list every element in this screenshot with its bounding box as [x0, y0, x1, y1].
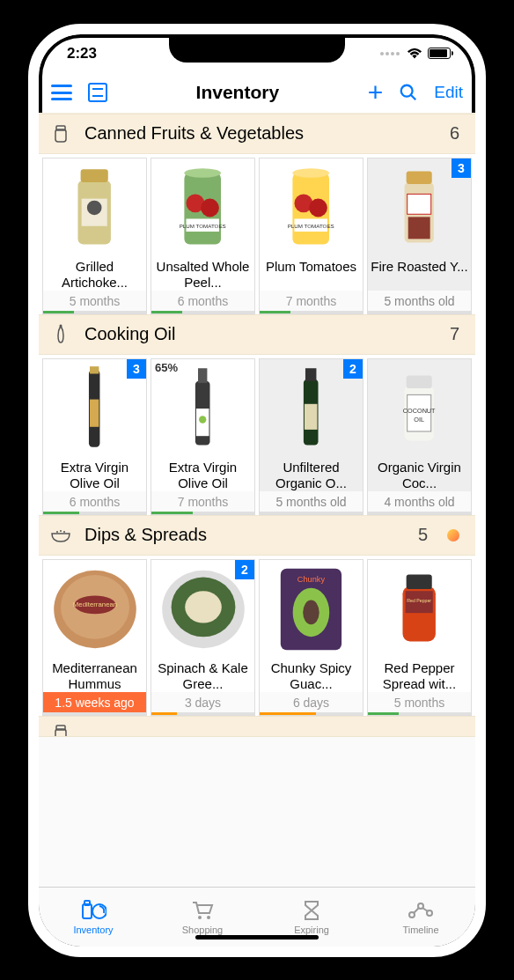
search-button[interactable]	[399, 83, 418, 102]
status-right	[380, 48, 451, 60]
svg-point-31	[199, 416, 206, 423]
tab-label: Expiring	[294, 925, 329, 935]
item-image	[43, 158, 146, 257]
item-progress	[368, 512, 471, 514]
quantity-badge: 3	[452, 158, 471, 178]
home-indicator[interactable]	[195, 935, 319, 939]
item-name: Mediterranean Hummus	[43, 659, 146, 692]
section-title: Canned Fruits & Vegetables	[84, 123, 437, 144]
item-progress	[260, 512, 363, 514]
item-progress	[151, 712, 254, 715]
item-progress	[368, 311, 471, 313]
item-card[interactable]: 3 Extra Virgin Olive Oil 6 months	[42, 358, 147, 515]
tab-inventory[interactable]: Inventory	[39, 888, 148, 947]
item-image: 2	[151, 560, 254, 659]
item-image: 2	[260, 359, 363, 458]
svg-line-69	[422, 908, 428, 911]
section-header[interactable]: Dips & Spreads 5	[39, 515, 475, 556]
item-progress	[260, 311, 363, 313]
section-icon	[49, 524, 72, 547]
item-card[interactable]: PLUM TOMATOES Unsalted Whole Peel... 6 m…	[151, 158, 255, 314]
item-card[interactable]: Grilled Artichoke... 5 months	[42, 158, 147, 314]
item-progress	[368, 712, 471, 715]
svg-point-42	[63, 531, 65, 533]
storage-button[interactable]	[88, 83, 107, 102]
inventory-icon	[80, 899, 106, 922]
tab-timeline[interactable]: Timeline	[366, 888, 475, 947]
item-card[interactable]: 3 Fire Roasted Y... 5 months old	[367, 158, 472, 314]
content-scroll[interactable]: Canned Fruits & Vegetables 6 Grilled Art…	[39, 114, 475, 887]
item-age: 5 months	[43, 291, 146, 311]
svg-point-0	[401, 85, 413, 97]
item-progress	[43, 712, 146, 715]
svg-rect-23	[408, 217, 430, 239]
tab-label: Shopping	[182, 925, 224, 935]
item-name: Red Pepper Spread wit...	[368, 659, 471, 692]
section-header-partial[interactable]	[39, 716, 475, 737]
add-button[interactable]: +	[368, 79, 384, 106]
item-name: Organic Virgin Coc...	[368, 458, 471, 491]
item-age: 1.5 weeks ago	[43, 692, 146, 712]
svg-point-41	[60, 530, 62, 532]
quantity-badge: 3	[127, 359, 146, 379]
section-status-dot	[447, 529, 459, 542]
item-card[interactable]: Chunky Chunky Spicy Guac... 6 days	[259, 559, 363, 716]
timeline-icon	[408, 899, 434, 922]
quantity-badge: 2	[343, 359, 363, 379]
svg-rect-3	[56, 126, 65, 130]
fill-percent: 65%	[155, 361, 178, 374]
svg-point-40	[56, 531, 58, 533]
svg-rect-55	[407, 574, 432, 589]
item-image: Chunky	[260, 560, 363, 659]
svg-rect-2	[55, 129, 66, 142]
item-card[interactable]: COCONUTOIL Organic Virgin Coc... 4 month…	[367, 358, 472, 515]
svg-point-49	[185, 591, 222, 623]
svg-rect-34	[305, 403, 318, 429]
tab-label: Inventory	[73, 925, 113, 935]
svg-text:Red Pepper: Red Pepper	[408, 597, 432, 602]
svg-rect-5	[81, 169, 108, 182]
item-card[interactable]: Mediterranean Mediterranean Hummus 1.5 w…	[42, 559, 147, 716]
svg-text:PLUM TOMATOES: PLUM TOMATOES	[180, 222, 226, 228]
item-age: 5 months	[368, 692, 471, 712]
item-name: Plum Tomatoes	[260, 257, 363, 291]
svg-point-17	[309, 198, 327, 217]
item-name: Extra Virgin Olive Oil	[43, 458, 146, 491]
tab-label: Timeline	[402, 925, 438, 935]
section-icon	[49, 122, 72, 145]
section-icon	[49, 323, 72, 346]
svg-text:COCONUT: COCONUT	[403, 407, 436, 415]
svg-rect-26	[90, 366, 99, 373]
hourglass-icon	[303, 899, 320, 922]
item-card[interactable]: PLUM TOMATOES Plum Tomatoes 7 months	[259, 158, 363, 314]
item-image: PLUM TOMATOES	[260, 158, 363, 257]
edit-button[interactable]: Edit	[434, 83, 463, 102]
svg-rect-27	[90, 399, 99, 426]
item-name: Unsalted Whole Peel...	[151, 257, 254, 291]
page-title: Inventory	[123, 82, 352, 103]
item-age: 6 months	[43, 491, 146, 512]
item-name: Grilled Artichoke...	[43, 257, 146, 291]
item-card[interactable]: 2 Unfiltered Organic O... 5 months old	[259, 358, 363, 515]
item-card[interactable]: 2 Spinach & Kale Gree... 3 days	[151, 559, 255, 716]
section-header[interactable]: Canned Fruits & Vegetables 6	[39, 114, 475, 154]
item-age: 7 months	[151, 491, 254, 512]
item-age: 6 days	[260, 692, 363, 712]
section-title: Dips & Spreads	[84, 525, 406, 545]
item-row: 3 Extra Virgin Olive Oil 6 months 65% Ex…	[39, 355, 475, 515]
item-card[interactable]: Red Pepper Red Pepper Spread wit... 5 mo…	[367, 559, 472, 716]
svg-text:PLUM TOMATOES: PLUM TOMATOES	[288, 222, 334, 228]
section-icon	[49, 722, 72, 737]
quantity-badge: 2	[235, 560, 254, 579]
item-image: 3	[368, 158, 471, 257]
item-age: 5 months old	[260, 491, 363, 512]
item-image: PLUM TOMATOES	[151, 158, 254, 257]
section-header[interactable]: Cooking Oil 7	[39, 314, 475, 355]
item-row: Grilled Artichoke... 5 months PLUM TOMAT…	[39, 154, 475, 314]
item-progress	[43, 311, 146, 313]
menu-button[interactable]	[51, 85, 72, 100]
svg-line-68	[414, 908, 419, 913]
svg-rect-60	[83, 904, 92, 918]
item-card[interactable]: 65% Extra Virgin Olive Oil 7 months	[151, 358, 255, 515]
signal-dots	[380, 52, 400, 55]
